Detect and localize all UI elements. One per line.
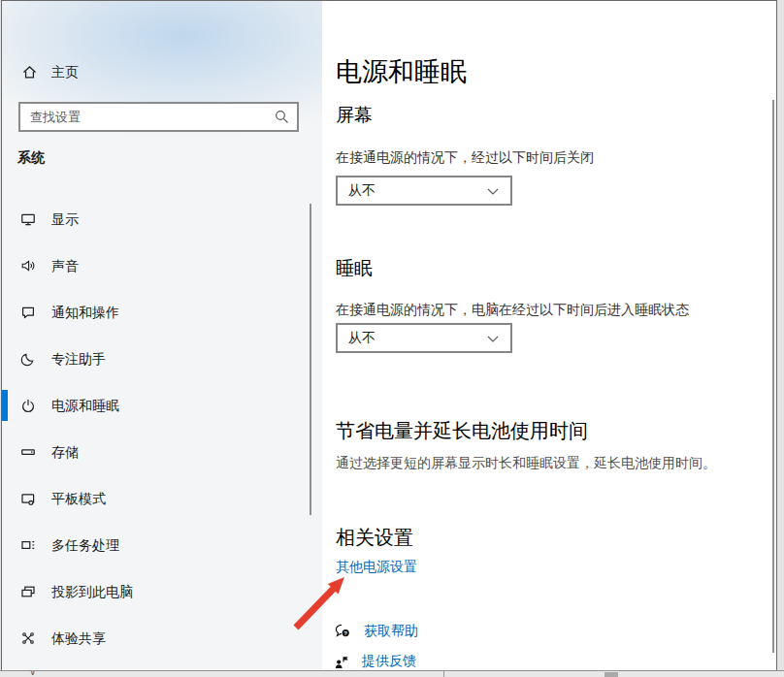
sleep-timeout-value: 从不 (348, 330, 376, 345)
sidebar-item-notifications[interactable]: 通知和操作 (2, 295, 322, 330)
background-window-chevron: ∨ (29, 670, 36, 677)
chevron-down-icon (487, 188, 499, 196)
settings-window: 设置 主页 (1, 0, 777, 671)
selected-accent-bar (2, 390, 8, 421)
additional-power-settings-link[interactable]: 其他电源设置 (336, 559, 417, 576)
sidebar-item-tablet-mode[interactable]: 平板模式 (2, 481, 322, 516)
background-right-gutter (777, 0, 784, 677)
page-title: 电源和睡眠 (336, 54, 467, 89)
sidebar-item-sound[interactable]: 声音 (2, 248, 322, 283)
sidebar-item-label: 专注助手 (51, 351, 106, 369)
sidebar-item-label: 电源和睡眠 (51, 398, 119, 415)
sidebar-home-item[interactable]: 主页 (2, 58, 322, 87)
sidebar-item-label: 显示 (51, 211, 79, 229)
background-bottom-strip: ∨ (0, 670, 784, 677)
shared-experiences-icon (20, 630, 36, 646)
svg-text:?: ? (343, 630, 347, 636)
sidebar-scrollbar[interactable] (310, 204, 311, 515)
screen-section-description: 在接通电源的情况下，经过以下时间后关闭 (336, 149, 594, 167)
background-divider (443, 671, 444, 677)
home-icon (21, 64, 38, 81)
power-icon (20, 398, 36, 413)
background-scrollbar-thumb (604, 672, 618, 677)
sleep-section-description: 在接通电源的情况下，电脑在经过以下时间后进入睡眠状态 (336, 302, 689, 319)
sidebar: 主页 系统 显示 声音 (2, 1, 322, 670)
focus-assist-icon (20, 351, 36, 367)
feedback-icon (334, 654, 350, 670)
storage-icon (20, 444, 36, 460)
sleep-section-heading: 睡眠 (336, 256, 373, 281)
notifications-icon (20, 305, 36, 320)
main-pane: 电源和睡眠 屏幕 在接通电源的情况下，经过以下时间后关闭 从不 睡眠 在接通电源… (322, 1, 776, 670)
screenshot-root: 设置 主页 (0, 0, 784, 677)
sound-icon (20, 258, 36, 274)
sidebar-item-label: 多任务处理 (51, 537, 119, 555)
sidebar-item-label: 存储 (51, 444, 79, 462)
sidebar-home-label: 主页 (51, 64, 79, 81)
sidebar-item-focus-assist[interactable]: 专注助手 (2, 341, 322, 376)
screen-timeout-dropdown[interactable]: 从不 (336, 176, 512, 206)
screen-section-heading: 屏幕 (336, 103, 373, 128)
chevron-down-icon (487, 336, 499, 343)
battery-section-heading: 节省电量并延长电池使用时间 (336, 418, 588, 444)
main-scrollbar[interactable] (772, 100, 774, 653)
screen-timeout-value: 从不 (348, 182, 376, 198)
display-icon (20, 211, 36, 227)
sidebar-item-label: 体验共享 (51, 630, 106, 648)
sidebar-section-header: 系统 (17, 149, 45, 167)
sleep-timeout-dropdown[interactable]: 从不 (336, 323, 512, 353)
multitasking-icon (20, 537, 36, 553)
get-help-link[interactable]: ? 获取帮助 (334, 623, 418, 640)
related-settings-heading: 相关设置 (336, 525, 413, 551)
sidebar-item-power-sleep[interactable]: 电源和睡眠 (2, 388, 322, 423)
help-icon: ? (334, 623, 352, 640)
battery-section-description: 通过选择更短的屏幕显示时长和睡眠设置，延长电池使用时间。 (336, 455, 716, 472)
give-feedback-label: 提供反馈 (362, 653, 416, 670)
sidebar-item-label: 投影到此电脑 (51, 584, 133, 601)
search-input[interactable] (18, 102, 299, 132)
sidebar-item-shared-experiences[interactable]: 体验共享 (2, 621, 322, 656)
sidebar-item-projecting[interactable]: 投影到此电脑 (2, 574, 322, 609)
sidebar-item-label: 声音 (51, 258, 79, 275)
sidebar-item-label: 平板模式 (51, 491, 106, 508)
get-help-label: 获取帮助 (364, 623, 418, 640)
tablet-mode-icon (20, 491, 36, 506)
give-feedback-link[interactable]: 提供反馈 (334, 653, 416, 670)
projecting-icon (20, 584, 36, 599)
sidebar-item-label: 通知和操作 (51, 305, 119, 322)
sidebar-item-display[interactable]: 显示 (2, 202, 322, 237)
sidebar-item-storage[interactable]: 存储 (2, 435, 322, 469)
sidebar-item-multitasking[interactable]: 多任务处理 (2, 528, 322, 563)
